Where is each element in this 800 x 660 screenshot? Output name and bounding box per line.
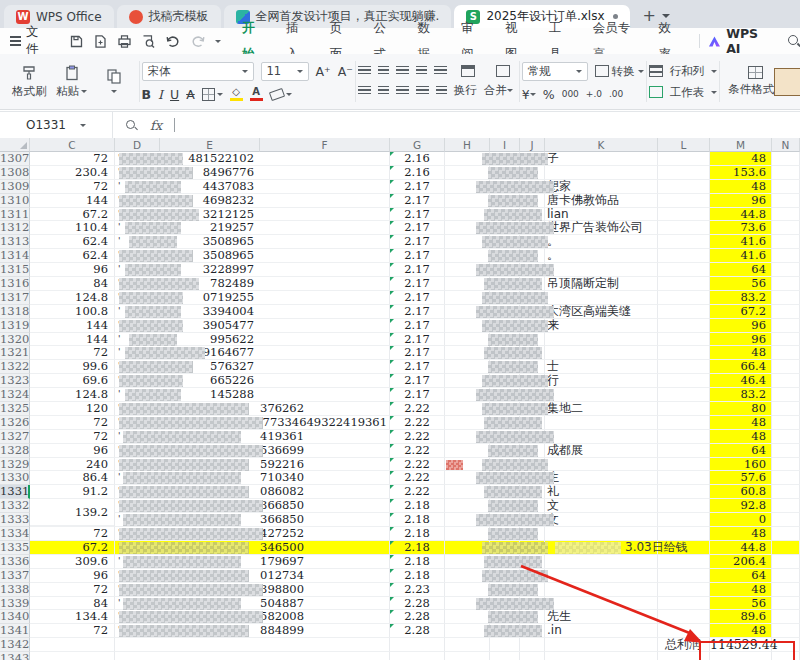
cell-DEF[interactable]: '710340 xyxy=(115,471,390,485)
cell-N[interactable] xyxy=(772,194,800,208)
cell-N[interactable] xyxy=(772,235,800,249)
cell-N[interactable] xyxy=(772,249,800,263)
cell-K[interactable]: 唐卡佛教饰品 xyxy=(545,194,658,208)
cell-K[interactable]: 吊顶隔断定制 xyxy=(545,277,658,291)
cell-L[interactable] xyxy=(658,527,710,541)
cell-G[interactable]: 2.17 xyxy=(390,263,445,277)
cell-H[interactable] xyxy=(445,333,490,347)
cell-N[interactable] xyxy=(772,541,800,555)
cell-L[interactable] xyxy=(658,235,710,249)
cell-DEF[interactable]: '4437083 xyxy=(115,180,390,194)
file-menu-button[interactable]: 文件 xyxy=(0,24,59,58)
currency-button[interactable]: ¥ xyxy=(522,87,536,102)
cell-G[interactable]: 2.18 xyxy=(390,541,445,555)
cell-DEF[interactable]: '995622 xyxy=(115,333,390,347)
cell-N[interactable] xyxy=(772,444,800,458)
cell-DEF[interactable]: '782489 xyxy=(115,277,390,291)
number-format-select[interactable]: 常规 xyxy=(522,62,588,81)
cell-IJ[interactable] xyxy=(490,221,545,235)
cell-N[interactable] xyxy=(772,458,800,472)
cell-N[interactable] xyxy=(772,319,800,333)
cell-N[interactable] xyxy=(772,416,800,430)
cell-M[interactable]: 57.6 xyxy=(710,471,772,485)
cell-IJ[interactable] xyxy=(490,444,545,458)
cell-IJ[interactable] xyxy=(490,652,545,660)
row-header-1335[interactable]: 1335 xyxy=(0,541,30,555)
cell-C[interactable]: 124.8 xyxy=(30,388,115,402)
row-header-1321[interactable]: 1321 xyxy=(0,346,30,360)
cell-K[interactable]: 生 xyxy=(545,471,658,485)
cell-G[interactable]: 2.18 xyxy=(390,569,445,583)
cell-DEF[interactable]: '481522102 xyxy=(115,152,390,166)
cell-IJ[interactable] xyxy=(490,152,545,166)
row-header-1320[interactable]: 1320 xyxy=(0,333,30,347)
row-header-1330[interactable]: 1330 xyxy=(0,471,30,485)
cell-G[interactable]: 2.17 xyxy=(390,291,445,305)
cell-C[interactable]: 69.6 xyxy=(30,374,115,388)
wrap-text-button[interactable] xyxy=(454,65,482,77)
bold-button[interactable]: B xyxy=(142,87,152,102)
cell-L[interactable] xyxy=(658,555,710,569)
cell-M[interactable]: 48 xyxy=(710,180,772,194)
cell-IJ[interactable] xyxy=(490,416,545,430)
row-header-1309[interactable]: 1309 xyxy=(0,180,30,194)
cell-G[interactable]: 2.22 xyxy=(390,444,445,458)
cell-DEF[interactable] xyxy=(115,638,390,652)
cell-K[interactable] xyxy=(545,555,658,569)
row-header-1324[interactable]: 1324 xyxy=(0,388,30,402)
cell-IJ[interactable] xyxy=(490,597,545,611)
cell-C[interactable]: 84 xyxy=(30,277,115,291)
cell-C[interactable]: 240 xyxy=(30,458,115,472)
cell-DEF[interactable]: '145288 xyxy=(115,388,390,402)
cell-C[interactable]: 72 xyxy=(30,346,115,360)
cell-L[interactable] xyxy=(658,166,710,180)
row-header-1338[interactable]: 1338 xyxy=(0,583,30,597)
column-header-F[interactable]: F xyxy=(260,138,390,152)
cell-K[interactable] xyxy=(545,527,658,541)
cell-N[interactable] xyxy=(772,388,800,402)
cell-M[interactable]: 60.8 xyxy=(710,485,772,499)
cell-M[interactable]: 48 xyxy=(710,527,772,541)
cell-C[interactable]: 84 xyxy=(30,597,115,611)
cell-G[interactable]: 2.22 xyxy=(390,458,445,472)
cell-IJ[interactable] xyxy=(490,527,545,541)
cell-M[interactable]: 56 xyxy=(710,597,772,611)
cell-C[interactable] xyxy=(30,638,115,652)
cell-M[interactable]: 48 xyxy=(710,430,772,444)
cell-H[interactable] xyxy=(445,249,490,263)
cell-IJ[interactable] xyxy=(490,319,545,333)
cell-IJ[interactable] xyxy=(490,291,545,305)
cell-G[interactable]: 2.17 xyxy=(390,374,445,388)
cell-K[interactable] xyxy=(545,333,658,347)
cell-L[interactable] xyxy=(658,360,710,374)
row-header-1329[interactable]: 1329 xyxy=(0,458,30,472)
cell-L[interactable] xyxy=(658,430,710,444)
redo-icon[interactable] xyxy=(190,34,206,49)
cell-DEF[interactable]: '19361/2477334649322419361 xyxy=(115,416,390,430)
cell-C[interactable]: 72 xyxy=(30,527,115,541)
cell-M[interactable]: 96 xyxy=(710,194,772,208)
borders-button[interactable] xyxy=(202,88,223,101)
cell-L[interactable] xyxy=(658,610,710,624)
cell-H[interactable] xyxy=(445,444,490,458)
cell-C[interactable]: 144 xyxy=(30,194,115,208)
cell-IJ[interactable] xyxy=(490,541,545,555)
cell-N[interactable] xyxy=(772,485,800,499)
cell-M[interactable]: 89.6 xyxy=(710,610,772,624)
cell-L[interactable] xyxy=(658,333,710,347)
cell-DEF[interactable]: '3905477 xyxy=(115,319,390,333)
cell-K[interactable] xyxy=(545,388,658,402)
cell-N[interactable] xyxy=(772,430,800,444)
cell-DEF[interactable]: '665226 xyxy=(115,374,390,388)
cell-DEF[interactable]: '219257 xyxy=(115,221,390,235)
increase-decimal-button[interactable]: +.0 xyxy=(586,89,602,99)
row-header-1325[interactable]: 1325 xyxy=(0,402,30,416)
format-painter-button[interactable]: 格式刷 xyxy=(12,65,47,99)
column-header-J[interactable]: J xyxy=(520,138,545,152)
cell-M[interactable]: 67.2 xyxy=(710,305,772,319)
cell-DEF[interactable]: '3508965 xyxy=(115,235,390,249)
row-header-1315[interactable]: 1315 xyxy=(0,263,30,277)
justify-icon[interactable] xyxy=(416,86,429,96)
cell-C[interactable]: 91.2 xyxy=(30,485,115,499)
cell-C[interactable]: 67.2 xyxy=(30,208,115,222)
